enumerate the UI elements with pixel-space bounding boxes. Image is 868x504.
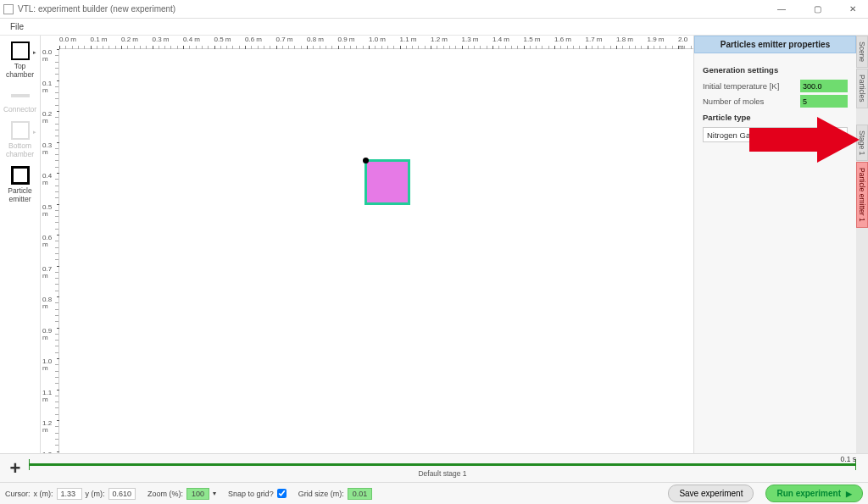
ruler-v-tick: 0.8m [42,296,52,310]
ruler-h-tick: 1.2 m [431,36,448,43]
add-stage-button[interactable]: + [7,457,24,479]
particle-type-select[interactable]: Nitrogen Gas [703,127,848,142]
cursor-y-value: 0.610 [108,488,136,500]
ruler-h-tick: 1.3 m [462,36,479,43]
save-experiment-button[interactable]: Save experiment [668,485,754,502]
ruler-h-tick: 1.8 m [616,36,633,43]
ruler-h-tick: 1.1 m [400,36,417,43]
timeline-stage-label: Default stage 1 [29,469,856,478]
ruler-v-tick: 0.0m [42,49,52,63]
ruler-v-tick: 0.4m [42,173,52,186]
ruler-h-tick: 1.7 m [586,36,603,43]
ruler-h-tick: 0.3 m [153,36,170,43]
ruler-v-tick: 1.1m [42,390,52,403]
ruler-h-tick: 0.7 m [276,36,293,43]
window-titlebar: VTL: experiment builder (new experiment)… [0,0,868,19]
cursor-x-label: x (m): [34,490,53,498]
window-title: VTL: experiment builder (new experiment) [18,4,770,14]
zoom-label: Zoom (%): [147,490,183,498]
chevron-right-icon: ▸ [33,129,36,136]
ruler-h-tick: 0.8 m [307,36,324,43]
cursor-label: Cursor: [5,490,31,498]
cursor-x-value: 1.33 [57,488,82,500]
ruler-h-tick: 0.4 m [183,36,200,43]
tab-particle-emitter-1[interactable]: Particle emitter 1 [856,162,868,228]
chevron-right-icon: ▸ [33,49,36,56]
initial-temperature-input[interactable] [800,80,848,92]
grid-size-control: Grid size (m): 0.01 [298,488,373,500]
ruler-v-tick: 0.9m [42,328,52,341]
ruler-v-tick: 1.2m [42,420,52,434]
properties-title: Particles emitter properties [694,36,856,53]
tab-particles[interactable]: Particles [856,69,868,108]
menu-file[interactable]: File [3,20,31,33]
ruler-h-tick: 1.6 m [554,36,571,43]
properties-panel: Particles emitter properties Generation … [693,36,856,453]
maximize-button[interactable]: ▢ [805,1,829,18]
tool-label: Connector [3,105,38,114]
zoom-chevron-icon[interactable]: ▾ [213,490,216,497]
app-icon [3,4,14,14]
particle-type-value: Nitrogen Gas [707,130,754,140]
timeline-track[interactable]: 0.1 s Default stage 1 [29,457,856,480]
drag-handle[interactable] [363,158,369,163]
tool-particle-emitter[interactable]: Particleemitter [3,163,38,208]
ruler-v-tick: 0.1m [42,80,52,94]
number-of-moles-label: Number of moles [703,97,800,106]
top-chamber-icon [11,42,30,60]
ruler-h-tick: 1.5 m [524,36,541,43]
tool-connector[interactable]: Connector [3,84,38,119]
toolbox: ▸ Topchamber Connector ▸ Bottomchamber P… [0,36,41,453]
ruler-v-tick: 0.3m [42,142,52,156]
statusbar: Cursor: x (m): 1.33 y (m): 0.610 Zoom (%… [0,482,868,504]
timeline-time: 0.1 s [841,455,856,463]
close-button[interactable]: ✕ [841,1,865,18]
number-of-moles-input[interactable] [800,95,848,108]
tab-scene[interactable]: Scene [856,36,868,68]
tab-stage-1[interactable]: Stage 1 [856,125,868,161]
snap-label: Snap to grid? [228,490,274,498]
ruler-v-tick: 0.5m [42,204,52,218]
ruler-h-tick: 1.0 m [369,36,386,43]
ruler-h-tick: 0.5 m [214,36,231,43]
stage[interactable] [59,49,693,453]
run-experiment-label: Run experiment [776,489,841,498]
snap-to-grid-control: Snap to grid? [228,489,287,498]
initial-temperature-label: Initial temperature [K] [703,81,800,91]
ruler-v-tick: 0.6m [42,235,52,248]
ruler-horizontal: 0.0 m0.1 m0.2 m0.3 m0.4 m0.5 m0.6 m0.7 m… [59,36,693,49]
connector-icon [11,94,30,97]
canvas[interactable]: 0.0 m0.1 m0.2 m0.3 m0.4 m0.5 m0.6 m0.7 m… [41,36,693,453]
tool-label: Topchamber [3,62,38,79]
play-icon: ▶ [846,490,852,498]
zoom-control: Zoom (%): 100 ▾ [147,488,216,500]
section-particle-type: Particle type [703,113,848,122]
grid-size-label: Grid size (m): [298,490,344,498]
minimize-button[interactable]: — [770,1,793,18]
grid-size-value[interactable]: 0.01 [348,488,373,500]
main-area: ▸ Topchamber Connector ▸ Bottomchamber P… [0,36,868,453]
tool-bottom-chamber[interactable]: ▸ Bottomchamber [3,119,38,163]
ruler-h-tick: 0.0 m [59,36,76,43]
particle-emitter-object[interactable] [364,159,410,205]
run-experiment-button[interactable]: Run experiment ▶ [765,485,863,502]
bottom-chamber-icon [11,121,30,140]
ruler-v-tick: 0.2m [42,111,52,125]
snap-to-grid-checkbox[interactable] [277,489,287,498]
ruler-h-tick: 0.1 m [91,36,108,43]
ruler-h-tick: 1.4 m [492,36,509,43]
side-tabs: Scene Particles Stage 1 Particle emitter… [856,36,868,453]
ruler-vertical: 0.0m0.1m0.2m0.3m0.4m0.5m0.6m0.7m0.8m0.9m… [41,49,59,453]
ruler-h-tick: 0.6 m [245,36,262,43]
zoom-value[interactable]: 100 [186,488,209,500]
window-controls: — ▢ ✕ [770,1,865,18]
section-generation-settings: Generation settings [703,65,848,75]
ruler-v-tick: 1.0m [42,358,52,372]
tool-top-chamber[interactable]: ▸ Topchamber [3,39,38,84]
timeline: + 0.1 s Default stage 1 [0,453,868,482]
ruler-h-tick: 0.2 m [121,36,138,43]
particle-emitter-icon [11,166,30,185]
cursor-y-label: y (m): [86,490,105,498]
ruler-h-tick: 1.9 m [648,36,665,43]
tool-label: Particleemitter [3,186,38,203]
